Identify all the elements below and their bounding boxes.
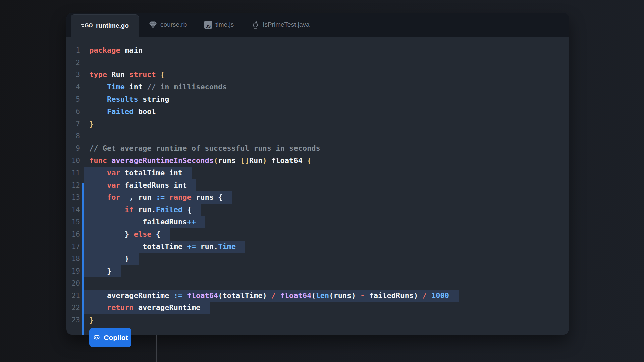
- code-line-5: 5 Results string: [66, 93, 569, 106]
- line-number: 18: [66, 253, 80, 265]
- copilot-button[interactable]: Copilot: [89, 328, 131, 347]
- go-logo-icon: GO: [81, 23, 93, 29]
- code-line-20: 20: [66, 277, 569, 290]
- code-line-4: 4 Time int // in milliseconds: [66, 81, 569, 94]
- code-text: var totalTime int: [89, 167, 192, 179]
- line-number: 12: [66, 179, 80, 192]
- code-text: }: [89, 253, 139, 265]
- code-editor-card: GOruntime.gocourse.rbJStime.jsIsPrimeTes…: [66, 13, 569, 335]
- code-line-14: 14 if run.Failed {: [66, 204, 569, 216]
- code-line-15: 15 failedRuns++: [66, 216, 569, 228]
- code-text: if run.Failed {: [89, 204, 201, 216]
- line-number: 8: [66, 130, 80, 142]
- copilot-suggestion-highlight: }: [84, 253, 139, 265]
- copilot-icon: [93, 334, 101, 342]
- code-text: [89, 277, 129, 290]
- code-text: } else {: [89, 228, 170, 241]
- line-number: 4: [66, 81, 80, 94]
- code-text: type Run struct {: [89, 69, 165, 81]
- copilot-suggestion-highlight: averageRuntime := float64(totalTime) / f…: [84, 290, 459, 302]
- tab-label: runtime.go: [96, 22, 129, 29]
- page-column-divider: [156, 335, 157, 362]
- line-number: 16: [66, 228, 80, 241]
- copilot-suggestion-highlight: } else {: [84, 228, 170, 241]
- code-line-2: 2: [66, 57, 569, 69]
- code-line-10: 10func averageRuntimeInSeconds(runs []Ru…: [66, 155, 569, 167]
- copilot-suggestion-highlight: return averageRuntime: [84, 302, 210, 314]
- tab-time-js[interactable]: JStime.js: [204, 21, 234, 29]
- copilot-suggestion-highlight: if run.Failed {: [84, 204, 201, 216]
- line-number: 5: [66, 93, 80, 106]
- code-text: func averageRuntimeInSeconds(runs []Run)…: [89, 155, 311, 167]
- line-number: 14: [66, 204, 80, 216]
- line-number: 1: [66, 44, 80, 57]
- copilot-suggestion-highlight: var failedRuns int: [84, 179, 196, 192]
- ruby-gem-icon: [149, 21, 157, 29]
- code-text: failedRuns++: [89, 216, 205, 228]
- line-number: 11: [66, 167, 80, 179]
- line-number: 19: [66, 265, 80, 278]
- tab-course-rb[interactable]: course.rb: [149, 21, 187, 29]
- code-area: 1package main23type Run struct {4 Time i…: [66, 37, 569, 326]
- tab-runtime-go[interactable]: GOruntime.go: [71, 14, 139, 37]
- code-line-21: 21 averageRuntime := float64(totalTime) …: [66, 290, 569, 302]
- line-number: 13: [66, 191, 80, 204]
- code-line-9: 9// Get average runtime of successful ru…: [66, 142, 569, 155]
- line-number: 21: [66, 290, 80, 302]
- line-number: 17: [66, 241, 80, 253]
- code-line-13: 13 for _, run := range runs {: [66, 191, 569, 204]
- line-number: 3: [66, 69, 80, 81]
- code-line-16: 16 } else {: [66, 228, 569, 241]
- copilot-suggestion-gutter-bar: [82, 183, 84, 335]
- tab-isprimetest-java[interactable]: IsPrimeTest.java: [251, 20, 309, 29]
- code-text: }: [89, 314, 94, 326]
- code-text: var failedRuns int: [89, 179, 196, 192]
- copilot-suggestion-highlight: var totalTime int: [84, 167, 192, 179]
- copilot-suggestion-highlight: for _, run := range runs {: [84, 191, 232, 204]
- code-line-19: 19 }: [66, 265, 569, 278]
- line-number: 7: [66, 118, 80, 130]
- code-text: Failed bool: [89, 106, 156, 118]
- code-text: package main: [89, 44, 143, 57]
- code-line-22: 22 return averageRuntime: [66, 302, 569, 314]
- code-text: Time int // in milliseconds: [89, 81, 227, 94]
- code-line-23: 23}: [66, 314, 569, 326]
- code-line-17: 17 totalTime += run.Time: [66, 241, 569, 253]
- tab-label: course.rb: [160, 21, 187, 28]
- line-number: 20: [66, 277, 80, 290]
- code-text: return averageRuntime: [89, 302, 210, 314]
- tab-label: time.js: [215, 21, 234, 28]
- code-line-12: 12 var failedRuns int: [66, 179, 569, 192]
- copilot-suggestion-highlight: }: [84, 265, 121, 278]
- code-line-11: 11 var totalTime int: [66, 167, 569, 179]
- code-text: // Get average runtime of successful run…: [89, 142, 320, 155]
- java-cup-icon: [251, 20, 259, 29]
- code-text: averageRuntime := float64(totalTime) / f…: [89, 290, 459, 302]
- code-line-18: 18 }: [66, 253, 569, 265]
- code-line-1: 1package main: [66, 44, 569, 57]
- line-number: 6: [66, 106, 80, 118]
- code-text: }: [89, 118, 94, 130]
- code-text: Results string: [89, 93, 169, 106]
- code-line-7: 7}: [66, 118, 569, 130]
- code-text: }: [89, 265, 121, 278]
- line-number: 15: [66, 216, 80, 228]
- line-number: 2: [66, 57, 80, 69]
- code-text: totalTime += run.Time: [89, 241, 245, 253]
- javascript-icon: JS: [204, 21, 212, 29]
- copilot-suggestion-highlight: totalTime += run.Time: [84, 241, 245, 253]
- code-line-8: 8: [66, 130, 569, 142]
- line-number: 22: [66, 302, 80, 314]
- line-number: 9: [66, 142, 80, 155]
- copilot-button-label: Copilot: [104, 334, 128, 342]
- code-line-3: 3type Run struct {: [66, 69, 569, 81]
- copilot-suggestion-highlight: failedRuns++: [84, 216, 205, 228]
- code-text: for _, run := range runs {: [89, 191, 232, 204]
- code-line-6: 6 Failed bool: [66, 106, 569, 118]
- line-number: 10: [66, 155, 80, 167]
- tab-label: IsPrimeTest.java: [263, 21, 309, 28]
- tab-bar: GOruntime.gocourse.rbJStime.jsIsPrimeTes…: [66, 13, 569, 37]
- line-number: 23: [66, 314, 80, 326]
